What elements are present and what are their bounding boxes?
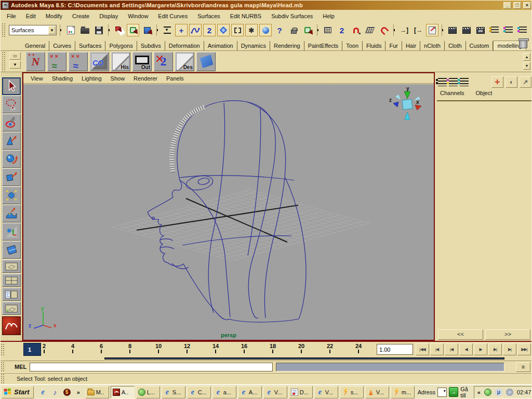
menubar-item[interactable]: Window [128, 13, 148, 19]
slide-left-button[interactable]: << [438, 329, 483, 340]
paint-select-tool-button[interactable] [2, 114, 21, 131]
playback-rate-field[interactable] [377, 344, 413, 355]
taskbar-task-button[interactable]: V... [365, 386, 389, 398]
channel-box-empty-area[interactable] [437, 100, 531, 327]
shelf-tab[interactable]: Custom [466, 41, 494, 50]
shelf-drag-handle[interactable] [2, 51, 6, 71]
panel-menu-item[interactable]: Show [111, 75, 125, 82]
four-pane-layout-button[interactable] [2, 274, 21, 287]
quick-launch-icon[interactable] [38, 388, 48, 397]
toolbar-separator[interactable] [393, 24, 395, 36]
universal-manipulator-button[interactable] [2, 187, 21, 204]
channel-layout-icon-3[interactable] [460, 78, 469, 86]
shelf-item-button[interactable]: Out [132, 52, 152, 71]
channel-box-toggle-button[interactable] [516, 24, 529, 36]
slide-right-button[interactable]: >> [485, 329, 530, 340]
timeslider-drag-handle[interactable] [1, 343, 5, 356]
shelf-scroll-down[interactable]: ▼ [523, 62, 530, 70]
panel-menu-item[interactable]: Renderer [134, 75, 157, 82]
view-compass[interactable]: y z x [388, 86, 427, 124]
channel-layout-icon-1[interactable] [438, 78, 447, 86]
time-slider[interactable]: 1 24681012141618202224 |◀◀|◀|◀◀▶▶|▶|▶▶| [1, 341, 532, 356]
snap-curve-button[interactable]: 2 [203, 24, 216, 36]
snap-plane-button[interactable] [217, 24, 230, 36]
shelf-tab[interactable]: General [21, 41, 49, 50]
shelf-tab[interactable]: Rendering [270, 41, 304, 50]
toolbar-drag-handle[interactable] [2, 23, 6, 37]
highlight-selection-button[interactable] [301, 24, 314, 36]
ipr-render-button[interactable]: IPR [474, 24, 487, 36]
shelf-tab[interactable]: Toon [342, 41, 363, 50]
output-connections-button[interactable]: [→ [412, 24, 424, 36]
rotate-tool-button[interactable] [2, 150, 21, 168]
toolbar-separator[interactable] [108, 24, 110, 36]
script-editor-button[interactable]: ≡ [516, 362, 530, 372]
tray-collapse-chevron[interactable]: « [477, 389, 481, 395]
quick-launch-icon[interactable] [62, 388, 72, 397]
timeline-tick[interactable]: 22 [320, 343, 340, 353]
address-dropdown[interactable] [437, 388, 447, 397]
shelf-item-button[interactable]: Des [175, 52, 194, 71]
playback-button[interactable]: ▶ [474, 343, 487, 355]
particle-button[interactable]: ✱ [245, 24, 258, 36]
command-line-drag-handle[interactable] [1, 362, 5, 372]
shelf-tab[interactable]: Fur [385, 41, 402, 50]
manip-arrow-button[interactable]: ↗ [520, 76, 531, 88]
snap-curve-points-button[interactable] [189, 24, 202, 36]
taskbar-task-button[interactable]: M.. [85, 386, 109, 398]
lattice-button[interactable] [231, 24, 244, 36]
help-button[interactable]: ? [273, 24, 286, 36]
playback-button[interactable]: |◀ [445, 343, 458, 355]
shelf-item-button[interactable]: His [111, 52, 130, 71]
snap-to-grids-button[interactable] [322, 24, 334, 36]
open-scene-button[interactable] [78, 24, 91, 36]
panel-menu-item[interactable]: Panels [166, 75, 184, 82]
timeline-tick[interactable]: 10 [148, 343, 169, 353]
lock-selection-button[interactable] [287, 24, 300, 36]
outliner-persp-layout-button[interactable] [2, 288, 21, 301]
timeline-tick[interactable]: 6 [91, 343, 112, 353]
taskbar-task-button[interactable]: L... [136, 386, 160, 398]
menubar-item[interactable]: Display [99, 13, 118, 19]
shelf-tab[interactable]: nCloth [420, 41, 445, 50]
shelf-item-button[interactable] [154, 52, 173, 71]
make-live-button[interactable] [161, 24, 174, 36]
shelf-menu-arrow[interactable]: ▼ [9, 61, 21, 69]
shelf-scroll-up[interactable]: ▲ [523, 53, 530, 61]
shelf-item-button[interactable] [26, 52, 45, 71]
toolbar-separator[interactable] [156, 24, 158, 36]
taskbar-task-button[interactable]: A... [238, 386, 262, 398]
close-button[interactable]: × [523, 2, 531, 9]
split-pane-layout-button[interactable] [2, 302, 21, 315]
taskbar-task-button[interactable]: V... [263, 386, 287, 398]
attribute-editor-button[interactable] [502, 24, 515, 36]
render-current-frame-button[interactable] [460, 24, 473, 36]
playback-button[interactable]: ▶| [488, 343, 502, 355]
quick-launch-icon[interactable] [50, 388, 60, 397]
taskbar-task-button[interactable]: A.. [111, 386, 135, 398]
menubar-item[interactable]: Help [323, 13, 335, 19]
mel-input[interactable] [30, 363, 273, 371]
snap-to-points-button[interactable] [350, 24, 362, 36]
render-view-button[interactable] [446, 24, 459, 36]
mel-label[interactable]: MEL [9, 364, 26, 370]
menubar-item[interactable]: Surfaces [197, 13, 220, 19]
shelf-tab[interactable]: Fluids [363, 41, 385, 50]
timeline-tick[interactable]: 4 [62, 343, 83, 353]
playback-button[interactable]: |◀◀ [416, 343, 429, 355]
taskbar-task-button[interactable]: a... [212, 386, 236, 398]
quick-launch-overflow-chevron[interactable]: » [75, 389, 82, 395]
range-slider[interactable] [1, 356, 532, 361]
toolbar-separator[interactable] [60, 24, 61, 36]
tray-icon[interactable] [505, 388, 514, 397]
range-slider-bar[interactable] [104, 357, 504, 360]
timeline-tick[interactable]: 18 [262, 343, 283, 353]
selection-mode-dropdown[interactable]: Surfaces ▼ [9, 25, 57, 35]
maximize-button[interactable]: □ [513, 2, 521, 9]
chevron-down-icon[interactable]: ▼ [48, 26, 56, 34]
timeline-tick[interactable]: 2 [34, 343, 55, 353]
channel-layout-icon-2[interactable] [449, 78, 458, 86]
tray-icon[interactable] [483, 388, 493, 397]
go-button[interactable]: → [449, 387, 458, 397]
move-tool-button[interactable] [2, 132, 21, 150]
